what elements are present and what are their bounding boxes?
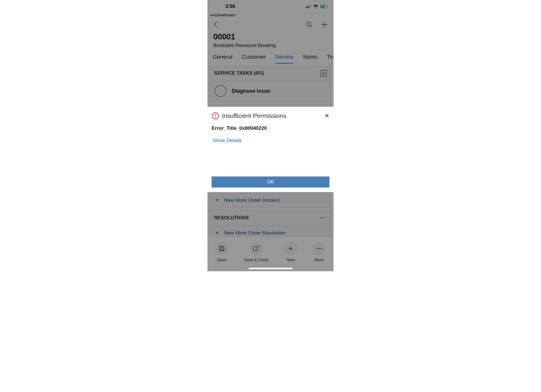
add-resolution-label: New Work Order Resolution <box>224 230 286 236</box>
svg-line-8 <box>310 25 312 27</box>
svg-rect-6 <box>328 6 328 7</box>
task-label: Diagnose Issue <box>232 88 270 94</box>
phone-frame: 3:56 ◂ Authenticator <box>207 0 334 271</box>
service-tasks-header: SERVICE TASKS (0/1) <box>214 71 264 76</box>
cell-signal-icon <box>306 5 311 8</box>
more-icon <box>316 248 322 249</box>
command-bar: Save Save & Close New <box>207 237 334 271</box>
tab-customer[interactable]: Customer <box>242 54 266 64</box>
save-button[interactable]: Save <box>215 242 228 262</box>
tab-service[interactable]: Service <box>275 54 294 64</box>
plus-icon: + <box>215 230 219 236</box>
close-icon[interactable]: ✕ <box>324 113 329 119</box>
error-dialog: Insufficient Permissions ✕ Error_Title_0… <box>207 107 334 192</box>
svg-rect-1 <box>308 6 308 8</box>
record-subtitle: Bookable Resource Booking <box>213 43 328 48</box>
show-details-link[interactable]: Show Details <box>212 138 329 144</box>
svg-point-26 <box>215 117 216 118</box>
status-icons <box>306 5 328 8</box>
svg-point-22 <box>319 248 320 249</box>
save-close-label: Save & Close <box>244 258 269 262</box>
lower-sections: + New Work Order Incident RESOLUTIONS ··… <box>207 192 334 240</box>
tab-general[interactable]: General <box>213 54 233 64</box>
svg-point-7 <box>307 22 311 26</box>
task-checkbox[interactable] <box>215 85 226 97</box>
svg-rect-0 <box>306 7 307 8</box>
status-time: 3:56 <box>213 4 248 9</box>
plus-icon: + <box>215 197 219 204</box>
save-label: Save <box>217 258 226 262</box>
add-grid-icon[interactable] <box>320 70 327 76</box>
more-button[interactable]: More <box>313 242 326 262</box>
svg-point-23 <box>321 248 322 249</box>
battery-icon <box>320 5 328 8</box>
record-title: 00001 <box>213 32 328 41</box>
dialog-title: Insufficient Permissions <box>222 112 286 119</box>
title-block: 00001 Bookable Resource Booking <box>207 31 334 51</box>
svg-rect-2 <box>309 5 310 8</box>
save-icon <box>219 246 225 251</box>
task-row[interactable]: Diagnose Issue <box>210 80 331 102</box>
back-to-app[interactable]: ◂ Authenticator <box>207 13 334 18</box>
tab-bar: General Customer Service Notes Timelin <box>207 51 334 64</box>
more-label: More <box>315 258 324 262</box>
status-bar: 3:56 <box>207 0 334 13</box>
save-close-button[interactable]: Save & Close <box>244 242 269 262</box>
wifi-icon <box>313 5 318 8</box>
add-incident-label: New Work Order Incident <box>224 197 280 203</box>
error-code: Error_Title_0x80040220 <box>212 125 329 131</box>
save-close-icon <box>253 246 259 251</box>
app-header <box>207 18 334 31</box>
add-incident-row[interactable]: + New Work Order Incident <box>210 193 331 207</box>
plus-icon <box>288 246 294 251</box>
svg-rect-3 <box>310 5 311 8</box>
svg-rect-18 <box>220 249 223 251</box>
resolutions-panel: RESOLUTIONS ··· + New Work Order Resolut… <box>210 210 331 240</box>
error-icon <box>212 112 219 120</box>
incidents-panel: + New Work Order Incident <box>210 192 331 208</box>
home-indicator[interactable] <box>249 268 292 269</box>
svg-point-21 <box>317 248 318 249</box>
more-dots-icon[interactable]: ··· <box>320 214 327 222</box>
ok-button[interactable]: OK <box>212 176 329 188</box>
search-icon[interactable] <box>306 21 313 28</box>
new-button[interactable]: New <box>284 242 297 262</box>
back-button[interactable] <box>213 21 217 28</box>
new-label: New <box>287 258 295 262</box>
tab-notes[interactable]: Notes <box>303 54 317 64</box>
add-icon[interactable] <box>321 21 328 28</box>
service-tasks-panel: SERVICE TASKS (0/1) Diagnose Issue <box>210 66 331 102</box>
resolutions-header: RESOLUTIONS <box>214 215 249 220</box>
tab-timeline[interactable]: Timelin <box>327 54 334 64</box>
